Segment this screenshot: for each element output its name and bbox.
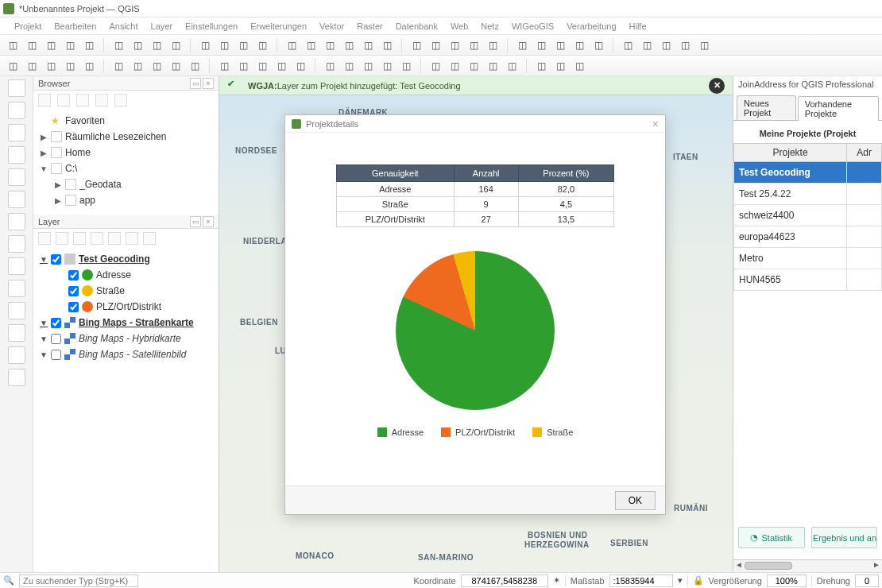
layer-visibility-checkbox[interactable] bbox=[51, 318, 61, 328]
horizontal-scrollbar[interactable]: ◄ ► bbox=[733, 559, 882, 572]
tab-neues-projekt[interactable]: Neues Projekt bbox=[737, 95, 796, 120]
toolbar-button[interactable]: ◫ bbox=[379, 58, 395, 74]
toolbar-button[interactable]: ◫ bbox=[110, 58, 126, 74]
menu-vektor[interactable]: Vektor bbox=[319, 21, 344, 31]
panel-undock-icon[interactable]: ▭ bbox=[190, 216, 201, 227]
toolbar-button[interactable]: ◫ bbox=[322, 58, 338, 74]
menu-datenbank[interactable]: Datenbank bbox=[396, 21, 438, 31]
browser-item[interactable]: ▶app bbox=[37, 192, 215, 208]
toolbar-button[interactable]: ◫ bbox=[24, 58, 40, 74]
ok-button[interactable]: OK bbox=[615, 491, 656, 510]
scroll-right-icon[interactable]: ► bbox=[871, 560, 882, 571]
toolbar-button[interactable]: ◫ bbox=[235, 58, 251, 74]
browser-item[interactable]: ★Favoriten bbox=[37, 113, 215, 129]
project-row[interactable]: Test Geocoding bbox=[734, 162, 882, 184]
toolbar-button[interactable]: ◫ bbox=[130, 58, 145, 74]
layer-tree[interactable]: ▼Test GeocodingAdresseStraßePLZ/Ort/Dist… bbox=[33, 248, 219, 366]
expand-icon[interactable]: ▶ bbox=[40, 149, 48, 157]
menu-wigeogis[interactable]: WIGeoGIS bbox=[512, 21, 554, 31]
rotation-input[interactable] bbox=[855, 574, 879, 587]
left-tool-button[interactable] bbox=[8, 346, 25, 364]
toolbar-button[interactable]: ◫ bbox=[427, 37, 443, 53]
toolbar-button[interactable]: ◫ bbox=[427, 58, 443, 74]
project-row[interactable]: Test 25.4.22 bbox=[734, 184, 882, 205]
layer-item[interactable]: Straße bbox=[37, 283, 215, 299]
layer-add-group-icon[interactable] bbox=[56, 232, 68, 245]
expand-icon[interactable]: ▼ bbox=[40, 350, 48, 359]
toolbar-button[interactable]: ◫ bbox=[168, 37, 184, 53]
dialog-close-icon[interactable]: × bbox=[652, 118, 659, 130]
menu-bearbeiten[interactable]: Bearbeiten bbox=[54, 21, 96, 31]
toolbar-button[interactable]: ◫ bbox=[341, 37, 357, 53]
toolbar-button[interactable]: ◫ bbox=[466, 58, 482, 74]
expand-icon[interactable]: ▶ bbox=[40, 133, 48, 141]
layer-visibility-checkbox[interactable] bbox=[68, 286, 79, 296]
panel-close-icon[interactable]: × bbox=[203, 78, 214, 89]
toolbar-button[interactable]: ◫ bbox=[62, 37, 78, 53]
toolbar-button[interactable]: ◫ bbox=[571, 58, 587, 74]
browser-add-icon[interactable] bbox=[38, 94, 51, 106]
scale-dropdown-icon[interactable]: ▾ bbox=[678, 575, 683, 586]
coordinate-input[interactable] bbox=[461, 574, 548, 587]
browser-item[interactable]: ▼C:\ bbox=[37, 161, 215, 176]
left-tool-button[interactable] bbox=[8, 324, 25, 342]
toolbar-button[interactable]: ◫ bbox=[24, 37, 40, 53]
ergebnis-button[interactable]: ↻ Ergebnis und anze bbox=[811, 527, 878, 548]
coord-picker-icon[interactable]: ✶ bbox=[553, 575, 560, 586]
toolbar-button[interactable]: ◫ bbox=[322, 37, 338, 53]
toolbar-button[interactable]: ◫ bbox=[360, 37, 376, 53]
toolbar-button[interactable]: ◫ bbox=[379, 37, 395, 53]
menu-projekt[interactable]: Projekt bbox=[14, 21, 41, 31]
type-search-input[interactable] bbox=[19, 574, 138, 587]
project-row[interactable]: europa44623 bbox=[734, 226, 882, 248]
scroll-thumb[interactable] bbox=[745, 562, 792, 570]
toolbar-button[interactable]: ◫ bbox=[303, 37, 319, 53]
toolbar-button[interactable]: ◫ bbox=[533, 58, 549, 74]
left-tool-button[interactable] bbox=[8, 168, 25, 186]
toolbar-button[interactable]: ◫ bbox=[284, 37, 300, 53]
toolbar-button[interactable]: ◫ bbox=[130, 37, 145, 53]
layer-filter-icon[interactable] bbox=[91, 232, 103, 245]
toolbar-button[interactable]: ◫ bbox=[62, 58, 78, 74]
toolbar-button[interactable]: ◫ bbox=[5, 37, 21, 53]
expand-icon[interactable]: ▶ bbox=[54, 180, 62, 189]
toolbar-button[interactable]: ◫ bbox=[81, 37, 97, 53]
layer-visibility-checkbox[interactable] bbox=[51, 254, 61, 265]
menu-web[interactable]: Web bbox=[451, 21, 468, 31]
panel-close-icon[interactable]: × bbox=[203, 216, 214, 227]
toolbar-button[interactable]: ◫ bbox=[149, 37, 164, 53]
browser-item[interactable]: ▶_Geodata bbox=[37, 176, 215, 192]
toolbar-button[interactable]: ◫ bbox=[533, 37, 549, 53]
toolbar-button[interactable]: ◫ bbox=[43, 58, 59, 74]
toolbar-button[interactable]: ◫ bbox=[360, 58, 376, 74]
toolbar-button[interactable]: ◫ bbox=[81, 58, 97, 74]
toolbar-button[interactable]: ◫ bbox=[292, 58, 308, 74]
table-header[interactable]: Adr bbox=[847, 144, 882, 162]
toolbar-button[interactable]: ◫ bbox=[677, 37, 693, 53]
toolbar-button[interactable]: ◫ bbox=[254, 37, 270, 53]
toolbar-button[interactable]: ◫ bbox=[571, 37, 587, 53]
left-tool-button[interactable] bbox=[8, 146, 25, 164]
layer-item[interactable]: PLZ/Ort/Distrikt bbox=[37, 299, 215, 315]
toolbar-button[interactable]: ◫ bbox=[514, 37, 530, 53]
browser-item[interactable]: ▶Home bbox=[37, 145, 215, 161]
toolbar-button[interactable]: ◫ bbox=[408, 37, 424, 53]
browser-refresh-icon[interactable] bbox=[57, 94, 70, 106]
menu-einstellungen[interactable]: Einstellungen bbox=[185, 21, 238, 31]
browser-item[interactable]: ▶Räumliche Lesezeichen bbox=[37, 129, 215, 145]
tab-vorhandene-projekte[interactable]: Vorhandene Projekte bbox=[798, 96, 879, 121]
browser-properties-icon[interactable] bbox=[114, 94, 127, 106]
layer-style-icon[interactable] bbox=[38, 232, 51, 245]
toolbar-button[interactable]: ◫ bbox=[485, 58, 501, 74]
toolbar-button[interactable]: ◫ bbox=[197, 37, 213, 53]
left-tool-button[interactable] bbox=[8, 102, 25, 119]
menu-layer[interactable]: Layer bbox=[151, 21, 173, 31]
toolbar-button[interactable]: ◫ bbox=[216, 37, 232, 53]
toolbar-button[interactable]: ◫ bbox=[43, 37, 59, 53]
toolbar-button[interactable]: ◫ bbox=[273, 58, 289, 74]
toolbar-button[interactable]: ◫ bbox=[168, 58, 184, 74]
browser-filter-icon[interactable] bbox=[76, 94, 89, 106]
toolbar-button[interactable]: ◫ bbox=[658, 37, 674, 53]
toolbar-button[interactable]: ◫ bbox=[398, 58, 414, 74]
zoom-input[interactable] bbox=[767, 574, 807, 587]
